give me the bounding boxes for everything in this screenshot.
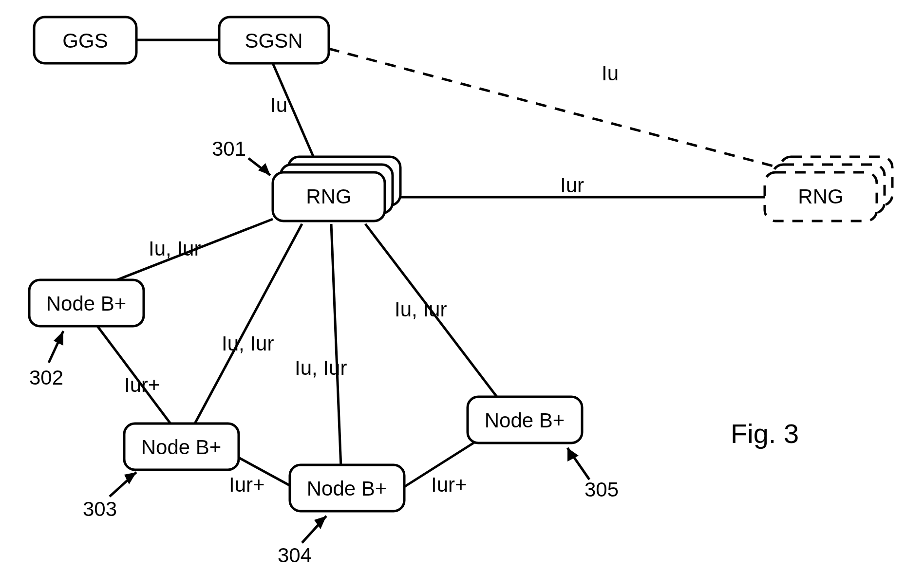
- edge-sgsn-rng-right: [329, 49, 799, 173]
- node-nodeb-303-label: Node B+: [141, 436, 222, 459]
- edge-label-rng-304: Iu, Iur: [295, 356, 347, 379]
- node-rng-left-label: RNG: [306, 185, 351, 208]
- node-sgsn-label: SGSN: [245, 29, 302, 52]
- node-ggs-label: GGS: [62, 29, 108, 52]
- callout-305-label: 305: [585, 478, 619, 501]
- node-rng-left: RNG: [273, 157, 400, 221]
- callout-304: 304: [278, 516, 326, 567]
- edge-label-rng-305: Iu, Iur: [395, 298, 447, 321]
- edge-label-rng-rng: Iur: [560, 174, 584, 197]
- edge-label-304-305: Iur+: [431, 473, 467, 496]
- callout-301-label: 301: [212, 137, 246, 160]
- node-ggs: GGS: [34, 17, 136, 63]
- callout-302: 302: [29, 331, 63, 389]
- callout-304-label: 304: [278, 544, 312, 567]
- node-nodeb-302-label: Node B+: [46, 292, 127, 315]
- node-nodeb-305: Node B+: [468, 397, 582, 443]
- node-nodeb-302: Node B+: [29, 280, 144, 326]
- edge-label-302-303: Iur+: [124, 373, 160, 396]
- edge-label-rng-303: Iu, Iur: [222, 332, 274, 355]
- figure-label: Fig. 3: [731, 418, 799, 449]
- callout-302-label: 302: [29, 366, 63, 389]
- edge-label-sgsn-rng-right: Iu: [602, 62, 619, 85]
- edge-label-303-304: Iur+: [229, 473, 265, 496]
- node-nodeb-304-label: Node B+: [307, 477, 387, 500]
- edge-rng-303: [195, 224, 302, 424]
- callout-303: 303: [83, 472, 136, 520]
- svg-marker-13: [258, 163, 270, 175]
- callout-301: 301: [212, 137, 270, 175]
- node-nodeb-304: Node B+: [290, 465, 404, 511]
- callout-305: 305: [567, 448, 619, 501]
- svg-marker-21: [567, 448, 579, 461]
- node-nodeb-305-label: Node B+: [485, 409, 565, 432]
- edge-rng-304: [331, 224, 341, 467]
- node-rng-right: RNG: [765, 157, 892, 221]
- edge-label-rng-302: Iu, Iur: [149, 237, 201, 260]
- node-sgsn: SGSN: [219, 17, 329, 63]
- callout-303-label: 303: [83, 498, 117, 520]
- node-nodeb-303: Node B+: [124, 424, 239, 470]
- edge-label-sgsn-rng-left: Iu: [270, 93, 287, 116]
- node-rng-right-label: RNG: [798, 185, 843, 208]
